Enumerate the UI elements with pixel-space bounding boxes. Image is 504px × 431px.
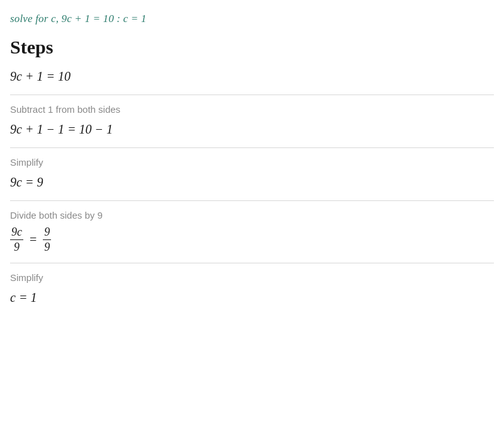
equals-sign: = (30, 233, 37, 247)
step-0-expression: 9c + 1 = 10 (10, 67, 494, 92)
step-4-label: Simplify (10, 272, 494, 283)
step-0-block: 9c + 1 = 10 (10, 67, 494, 92)
step-3-block: Divide both sides by 9 9c 9 = 9 9 (10, 200, 494, 263)
step-1-label: Subtract 1 from both sides (10, 104, 494, 115)
steps-title: Steps (10, 37, 494, 58)
fraction-left: 9c 9 (10, 226, 23, 254)
step-4-expression: c = 1 (10, 288, 494, 307)
fraction-right: 9 9 (43, 226, 51, 254)
step-2-block: Simplify 9c = 9 (10, 147, 494, 200)
step-3-label: Divide both sides by 9 (10, 210, 494, 221)
step-2-expression: 9c = 9 (10, 173, 494, 192)
step-3-expression: 9c 9 = 9 9 (10, 226, 494, 254)
step-1-expression: 9c + 1 − 1 = 10 − 1 (10, 120, 494, 139)
step-1-block: Subtract 1 from both sides 9c + 1 − 1 = … (10, 95, 494, 147)
step-2-label: Simplify (10, 157, 494, 168)
step-4-block: Simplify c = 1 (10, 263, 494, 316)
header-line: solve for c, 9c + 1 = 10 : c = 1 (10, 13, 494, 25)
